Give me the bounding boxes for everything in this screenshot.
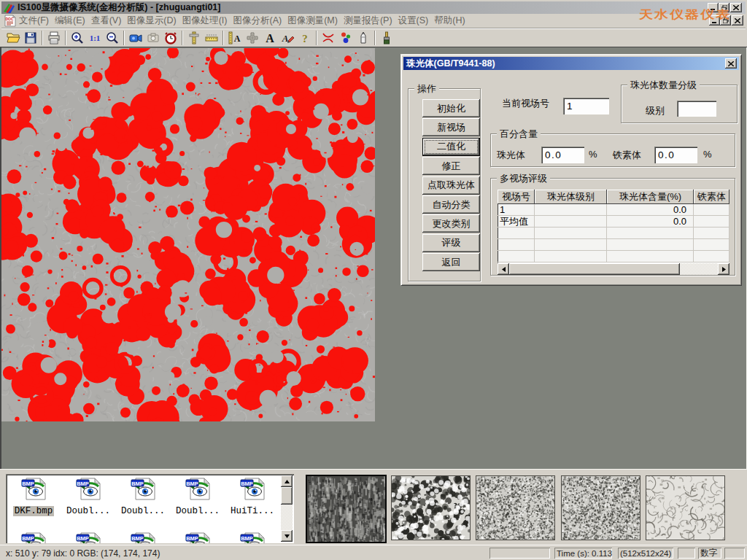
bottom-panel: BMPDKF.bmpBMPDoubl...BMPDoubl...BMPDoubl… — [0, 469, 747, 545]
pearlite-unit: % — [589, 149, 597, 160]
svg-text:BMP: BMP — [186, 481, 198, 487]
file-list[interactable]: BMPDKF.bmpBMPDoubl...BMPDoubl...BMPDoubl… — [6, 474, 294, 543]
menu-item-10[interactable]: 帮助(H) — [434, 15, 465, 27]
video-capture-button[interactable] — [127, 30, 144, 46]
print-button[interactable] — [45, 30, 63, 46]
scroll-down-button[interactable] — [281, 530, 293, 542]
table-col-header-4[interactable]: 铁素体 — [694, 190, 729, 204]
scroll-right-button[interactable] — [718, 263, 729, 275]
table-cell — [498, 239, 535, 251]
current-field-input[interactable] — [563, 98, 609, 114]
file-list-scrollbar[interactable] — [281, 475, 293, 542]
table-cell: 0.0 — [607, 204, 694, 216]
op-button-8[interactable]: 评级 — [422, 234, 480, 252]
table-row-4[interactable] — [498, 239, 729, 251]
menu-item-3[interactable]: 查看(V) — [91, 15, 122, 27]
menu-item-7[interactable]: 图像测量(M) — [287, 15, 338, 27]
ruler-button[interactable] — [203, 30, 220, 46]
close-button[interactable] — [730, 3, 742, 12]
table-row-2[interactable]: 平均值0.0 — [498, 216, 729, 228]
file-item-row2-2[interactable]: BMP — [61, 532, 116, 543]
menu-item-9[interactable]: 设置(S) — [398, 15, 429, 27]
thumbnail-3[interactable] — [476, 475, 555, 540]
table-cell — [535, 228, 607, 239]
file-item-1[interactable]: BMPDKF.bmp — [6, 478, 61, 516]
text-button[interactable]: A — [261, 30, 279, 46]
table-col-header-2[interactable]: 珠光体级别 — [535, 190, 607, 204]
help-button[interactable]: ? — [296, 30, 314, 46]
op-button-2[interactable]: 新视场 — [422, 118, 480, 136]
zoom-out-button[interactable] — [104, 30, 121, 46]
thumbnail-4[interactable] — [561, 475, 640, 540]
file-item-row2-3[interactable]: BMP — [115, 532, 171, 543]
ferrite-input[interactable] — [654, 147, 697, 163]
file-name: HuiTi... — [229, 506, 276, 516]
scroll-up-button[interactable] — [281, 475, 293, 487]
grid-button[interactable] — [244, 30, 261, 46]
actual-size-button[interactable]: 1:1 — [86, 30, 104, 46]
op-button-3[interactable]: 二值化 — [422, 138, 480, 156]
thumbnail-5[interactable] — [646, 475, 725, 540]
rating-table[interactable]: 视场号珠光体级别珠光体含量(%)铁素体 10.0平均值0.0 — [498, 190, 729, 263]
op-button-5[interactable]: 点取珠光体 — [422, 176, 480, 195]
file-item-row2-1[interactable]: BMP — [6, 532, 61, 543]
annotate-button[interactable]: A — [279, 30, 296, 46]
status-panel-2: Time (s): 0.113 — [554, 548, 612, 559]
timer-icon — [163, 31, 178, 45]
file-item-5[interactable]: BMPHuiTi... — [225, 478, 280, 516]
pearlite-input[interactable] — [541, 147, 584, 163]
table-row-3[interactable] — [498, 228, 729, 239]
mdi-close-button[interactable] — [732, 15, 743, 26]
thumbnail-2[interactable] — [391, 475, 471, 540]
curve-tool-icon — [321, 31, 336, 45]
menu-item-2[interactable]: 编辑(E) — [55, 15, 85, 27]
menu-item-4[interactable]: 图像显示(D) — [127, 15, 176, 27]
classify-button[interactable] — [337, 30, 355, 46]
menu-item-8[interactable]: 测量报告(P) — [344, 15, 392, 27]
vscroll-thumb[interactable] — [281, 487, 293, 505]
zoom-in-button[interactable] — [69, 30, 86, 46]
camera-button[interactable] — [144, 30, 162, 46]
file-item-row2-4[interactable]: BMP — [170, 532, 225, 543]
scroll-thumb[interactable] — [509, 263, 680, 275]
op-button-6[interactable]: 自动分类 — [422, 195, 480, 214]
op-button-9[interactable]: 返回 — [422, 253, 480, 271]
scroll-left-button[interactable] — [498, 263, 509, 275]
document-icon[interactable]: DOC — [4, 15, 16, 27]
brush-button[interactable] — [378, 30, 395, 46]
metallograph-image[interactable] — [1, 48, 375, 421]
table-cell — [535, 216, 607, 228]
open-button[interactable] — [4, 30, 22, 46]
table-col-header-1[interactable]: 视场号 — [498, 190, 535, 204]
op-button-4[interactable]: 修正 — [422, 157, 480, 175]
table-cell: 0.0 — [607, 216, 694, 228]
dialog-close-button[interactable] — [725, 58, 737, 69]
thumbnail-1-selected[interactable] — [306, 475, 387, 543]
svg-text:A: A — [266, 32, 274, 44]
table-row-1[interactable]: 10.0 — [498, 204, 729, 216]
save-button[interactable] — [22, 30, 39, 46]
current-field-label: 当前视场号 — [502, 97, 549, 110]
level-input[interactable] — [677, 101, 716, 117]
menu-item-5[interactable]: 图像处理(I) — [182, 15, 228, 27]
measure-text-button[interactable]: A — [226, 30, 244, 46]
file-item-3[interactable]: BMPDoubl... — [115, 478, 171, 516]
menu-item-1[interactable]: 文件(F) — [19, 15, 49, 27]
file-item-2[interactable]: BMPDoubl... — [61, 478, 116, 516]
file-name: Doubl... — [174, 506, 221, 516]
file-item-row2-5[interactable]: BMP — [225, 532, 280, 543]
curve-tool-button[interactable] — [320, 30, 337, 46]
svg-text:A: A — [282, 33, 289, 44]
caliper-button[interactable] — [185, 30, 203, 46]
pearlite-dialog: 珠光体(GB/T9441-88) 操作 初始化新视场二值化修正点取珠光体自动分类… — [400, 54, 742, 286]
table-hscrollbar[interactable] — [498, 263, 729, 275]
table-cell — [498, 251, 535, 262]
pen-button[interactable] — [355, 30, 372, 46]
menu-item-6[interactable]: 图像分析(A) — [233, 15, 282, 27]
timer-button[interactable] — [162, 30, 179, 46]
op-button-7[interactable]: 更改类别 — [422, 214, 480, 233]
table-col-header-3[interactable]: 珠光体含量(%) — [607, 190, 694, 204]
op-button-1[interactable]: 初始化 — [422, 99, 480, 117]
file-item-4[interactable]: BMPDoubl... — [170, 478, 225, 516]
table-row-5[interactable] — [498, 251, 729, 262]
